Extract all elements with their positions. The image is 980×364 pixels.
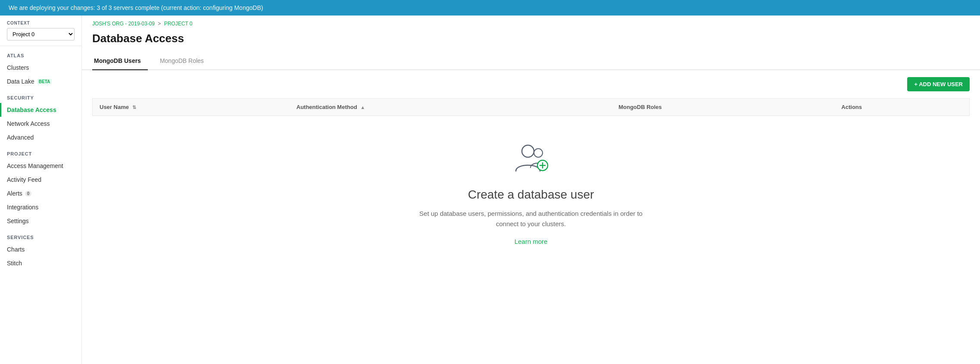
sidebar-item-label: Access Management	[7, 162, 63, 169]
context-select[interactable]: Project 0	[7, 28, 75, 40]
sort-icon-username: ⇅	[132, 105, 136, 110]
table-container: User Name ⇅ Authentication Method ▲ Mong…	[82, 98, 980, 116]
empty-state: Create a database user Set up database u…	[82, 116, 980, 262]
sidebar-item-database-access[interactable]: Database Access	[0, 103, 81, 117]
col-actions: Actions	[834, 99, 969, 116]
sidebar-item-label: Settings	[7, 218, 29, 224]
col-mongodb-roles: MongoDB Roles	[612, 99, 834, 116]
beta-badge: BETA	[37, 79, 52, 84]
empty-state-description: Set up database users, permissions, and …	[410, 208, 652, 229]
sidebar-item-label: Network Access	[7, 120, 50, 127]
sidebar: CONTEXT Project 0 ATLAS Clusters Data La…	[0, 16, 82, 364]
sidebar-item-label: Charts	[7, 246, 25, 253]
svg-point-0	[522, 145, 534, 157]
sidebar-item-label: Database Access	[7, 106, 56, 113]
page-header: Database Access	[82, 32, 980, 52]
add-new-user-button[interactable]: + ADD NEW USER	[907, 77, 970, 91]
sidebar-item-label: Advanced	[7, 134, 34, 141]
breadcrumb-org[interactable]: JOSH'S ORG - 2019-03-09	[92, 21, 155, 27]
sidebar-item-alerts[interactable]: Alerts 0	[0, 187, 81, 200]
create-user-icon	[512, 142, 550, 177]
sidebar-item-label: Integrations	[7, 204, 38, 211]
main-content: JOSH'S ORG - 2019-03-09 > PROJECT 0 Data…	[82, 16, 980, 364]
svg-point-1	[534, 149, 543, 157]
sidebar-item-charts[interactable]: Charts	[0, 243, 81, 256]
users-table: User Name ⇅ Authentication Method ▲ Mong…	[92, 98, 970, 116]
sidebar-item-label: Clusters	[7, 64, 29, 71]
deployment-banner: We are deploying your changes: 3 of 3 se…	[0, 0, 980, 16]
sidebar-item-label: Activity Feed	[7, 176, 41, 183]
sidebar-item-label: Stitch	[7, 260, 22, 267]
alerts-badge: 0	[25, 191, 32, 196]
breadcrumb: JOSH'S ORG - 2019-03-09 > PROJECT 0	[82, 16, 980, 32]
col-auth-method[interactable]: Authentication Method ▲	[290, 99, 612, 116]
table-header: User Name ⇅ Authentication Method ▲ Mong…	[93, 99, 970, 116]
sidebar-item-settings[interactable]: Settings	[0, 214, 81, 228]
sidebar-item-label: Alerts	[7, 190, 22, 197]
sidebar-item-label: Data Lake	[7, 78, 34, 85]
sidebar-item-data-lake[interactable]: Data Lake BETA	[0, 75, 81, 88]
sidebar-item-advanced[interactable]: Advanced	[0, 131, 81, 144]
col-username[interactable]: User Name ⇅	[93, 99, 290, 116]
page-title: Database Access	[92, 32, 970, 45]
context-label: CONTEXT	[7, 21, 75, 25]
sidebar-section-atlas: ATLAS	[0, 46, 81, 61]
sidebar-item-integrations[interactable]: Integrations	[0, 200, 81, 214]
learn-more-link[interactable]: Learn more	[515, 238, 548, 245]
sidebar-section-security: SECURITY	[0, 88, 81, 103]
sidebar-item-network-access[interactable]: Network Access	[0, 117, 81, 131]
table-action-bar: + ADD NEW USER	[82, 70, 980, 98]
context-section: CONTEXT Project 0	[0, 16, 81, 46]
tab-mongodb-roles[interactable]: MongoDB Roles	[158, 52, 211, 70]
breadcrumb-project[interactable]: PROJECT 0	[164, 21, 193, 27]
breadcrumb-separator: >	[158, 21, 162, 27]
sidebar-section-services: SERVICES	[0, 228, 81, 243]
sidebar-item-clusters[interactable]: Clusters	[0, 61, 81, 75]
empty-state-title: Create a database user	[468, 188, 594, 202]
banner-message: We are deploying your changes: 3 of 3 se…	[9, 4, 263, 11]
tabs-bar: MongoDB Users MongoDB Roles	[82, 52, 980, 70]
sidebar-section-project: PROJECT	[0, 144, 81, 159]
sidebar-item-stitch[interactable]: Stitch	[0, 256, 81, 270]
sidebar-item-activity-feed[interactable]: Activity Feed	[0, 173, 81, 187]
sidebar-item-access-management[interactable]: Access Management	[0, 159, 81, 173]
tab-mongodb-users[interactable]: MongoDB Users	[92, 52, 148, 70]
sort-icon-auth: ▲	[360, 105, 365, 110]
